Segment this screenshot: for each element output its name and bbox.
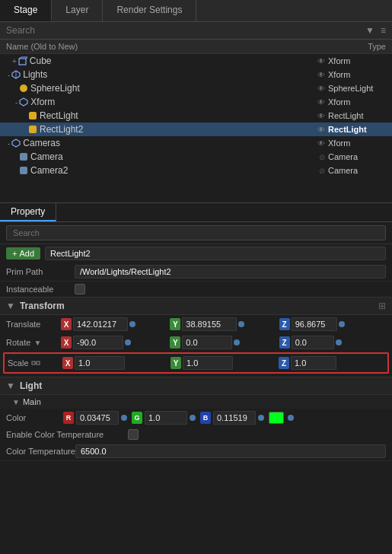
add-row: + Add <box>0 244 392 263</box>
svg-rect-8 <box>32 361 35 365</box>
eye-icon[interactable]: 👁 <box>317 71 325 79</box>
tree-item-camera2[interactable]: Camera2 ⊘ Camera <box>0 164 392 177</box>
translate-y-dot <box>238 321 244 327</box>
translate-y-input[interactable] <box>182 317 237 331</box>
tree-item-spherelight[interactable]: SphereLight 👁 SphereLight <box>0 81 392 95</box>
b-badge: B <box>200 412 211 424</box>
sy-badge: Y <box>171 357 181 369</box>
tree-item-label: Camera <box>30 151 63 162</box>
tab-layer[interactable]: Layer <box>52 0 103 21</box>
svg-marker-6 <box>20 98 27 106</box>
tree-item-label: RectLight2 <box>40 124 83 135</box>
scale-z-input[interactable] <box>291 356 336 370</box>
light-section[interactable]: ▼ Light <box>0 377 392 395</box>
type-label: RectLight <box>328 111 389 120</box>
type-label: Xform <box>328 97 389 107</box>
tree-item-xform[interactable]: - Xform 👁 Xform <box>0 95 392 109</box>
cube-icon <box>18 56 27 65</box>
enable-color-temp-checkbox[interactable] <box>128 429 139 440</box>
prim-path-input[interactable] <box>75 265 386 279</box>
rotate-dropdown-arrow[interactable]: ▼ <box>33 339 41 347</box>
eye-icon-off[interactable]: ⊘ <box>319 167 325 175</box>
eye-icon-off[interactable]: ⊘ <box>319 153 325 161</box>
add-button[interactable]: + Add <box>6 247 40 259</box>
prop-search-input[interactable] <box>6 225 386 240</box>
color-swatch[interactable] <box>269 412 284 424</box>
scale-z-field: Z <box>279 356 384 370</box>
translate-x-input[interactable] <box>73 317 128 331</box>
instanceable-row: Instanceable <box>0 282 392 297</box>
rx-badge: X <box>61 336 72 349</box>
eye-icon[interactable]: 👁 <box>317 126 325 134</box>
tab-render-settings[interactable]: Render Settings <box>103 0 196 21</box>
tree-item-lights[interactable]: - Lights 👁 Xform <box>0 68 392 81</box>
rotate-x-dot <box>125 339 131 345</box>
translate-row: Translate X Y Z <box>0 315 392 333</box>
scale-x-field: X <box>62 356 168 370</box>
scale-x-input[interactable] <box>75 356 125 370</box>
rotate-y-input[interactable] <box>182 336 232 349</box>
scale-highlight-box: Scale X Y Z <box>3 352 389 374</box>
add-value-input[interactable] <box>45 247 386 260</box>
collapse-xform[interactable]: - <box>15 98 18 107</box>
translate-x-field: X <box>61 317 167 331</box>
type-label: Xform <box>328 70 389 79</box>
type-label: RectLight <box>328 125 389 134</box>
collapse-cube[interactable]: + <box>12 57 17 65</box>
instanceable-checkbox[interactable] <box>75 284 85 295</box>
eye-icon[interactable]: 👁 <box>317 139 325 148</box>
menu-icon[interactable]: ≡ <box>381 25 386 36</box>
rotate-z-dot <box>336 339 342 345</box>
color-b-input[interactable] <box>213 411 256 425</box>
search-bar: ▼ ≡ <box>0 22 392 40</box>
y-badge: Y <box>170 318 180 330</box>
svg-marker-7 <box>12 139 20 147</box>
tree-header: Name (Old to New) Type <box>0 40 392 54</box>
tree-item-rectlight[interactable]: RectLight 👁 RectLight <box>0 109 392 123</box>
scale-y-input[interactable] <box>183 356 233 370</box>
transform-icon: ⊞ <box>378 301 386 311</box>
tab-property[interactable]: Property <box>0 203 56 221</box>
translate-z-input[interactable] <box>292 317 337 331</box>
collapse-cameras[interactable]: - <box>8 139 10 148</box>
tree-item-rectlight2[interactable]: RectLight2 👁 RectLight <box>0 123 392 136</box>
enable-color-temp-row: Enable Color Temperature <box>0 427 392 442</box>
eye-icon[interactable]: 👁 <box>317 112 325 120</box>
tree-item-cube[interactable]: + Cube 👁 Xform <box>0 54 392 68</box>
tree-item-camera[interactable]: Camera ⊘ Camera <box>0 150 392 164</box>
type-label: SphereLight <box>328 84 389 93</box>
main-tabs: Stage Layer Render Settings <box>0 0 392 22</box>
eye-icon[interactable]: 👁 <box>317 57 325 65</box>
prim-path-label: Prim Path <box>6 267 75 276</box>
color-g-input[interactable] <box>145 411 187 425</box>
rotate-z-input[interactable] <box>292 336 334 349</box>
type-col-header: Type <box>368 42 386 51</box>
svg-rect-9 <box>37 361 40 365</box>
scale-link-icon <box>31 358 40 368</box>
transform-section[interactable]: ▼ Transform ⊞ <box>0 297 392 315</box>
color-r-input[interactable] <box>76 411 119 425</box>
rotate-z-field: Z <box>279 336 386 349</box>
color-g-dot <box>190 415 196 421</box>
color-swatch-dot <box>288 415 294 421</box>
color-temp-input[interactable] <box>75 444 386 458</box>
r-badge: R <box>63 412 74 424</box>
translate-group: X Y Z <box>61 317 386 331</box>
transform-title: Transform <box>20 301 65 311</box>
color-temp-row: Color Temperature <box>0 442 392 461</box>
tree-item-label: Cube <box>30 56 52 66</box>
search-input[interactable] <box>6 25 365 36</box>
search-icons: ▼ ≡ <box>365 25 386 36</box>
eye-icon[interactable]: 👁 <box>317 98 325 107</box>
filter-icon[interactable]: ▼ <box>365 25 374 36</box>
scale-row: Scale X Y Z <box>5 354 387 372</box>
collapse-lights[interactable]: - <box>8 71 10 79</box>
tree-item-label: Camera2 <box>30 165 68 176</box>
tab-stage[interactable]: Stage <box>0 0 52 21</box>
translate-x-dot <box>129 321 135 327</box>
rotate-x-input[interactable] <box>73 336 123 349</box>
main-subsection[interactable]: ▼ Main <box>0 395 392 409</box>
eye-icon[interactable]: 👁 <box>317 84 325 93</box>
tree-item-cameras[interactable]: - Cameras 👁 Xform <box>0 136 392 150</box>
property-panel: Property + Add Prim Path Instanceable ▼ … <box>0 203 392 461</box>
